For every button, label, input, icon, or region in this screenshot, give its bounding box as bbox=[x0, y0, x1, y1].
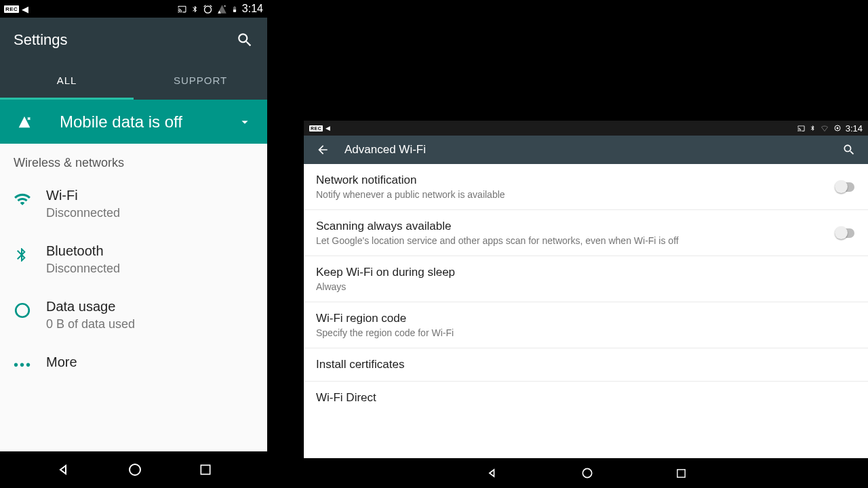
alarm-icon bbox=[203, 4, 213, 14]
nav-bar bbox=[0, 451, 267, 488]
wifi-empty-icon bbox=[820, 124, 829, 132]
page-title: Settings bbox=[14, 31, 68, 49]
home-button[interactable] bbox=[580, 466, 594, 480]
row-wifi[interactable]: Wi-Fi Disconnected bbox=[0, 177, 267, 232]
item-title: Keep Wi-Fi on during sleep bbox=[316, 266, 455, 279]
settings-list: Network notification Notify whenever a p… bbox=[304, 164, 868, 414]
svg-point-5 bbox=[583, 468, 591, 477]
bluetooth-icon bbox=[14, 243, 46, 264]
item-title: Wi-Fi Direct bbox=[316, 391, 376, 405]
camera-icon: ◀ bbox=[326, 125, 330, 131]
status-bar: REC ◀ 3:14 bbox=[0, 0, 267, 18]
nav-bar bbox=[304, 458, 868, 488]
app-bar: Advanced Wi-Fi bbox=[304, 136, 868, 164]
camera-icon: ◀ bbox=[22, 4, 28, 14]
cast-icon bbox=[177, 5, 187, 14]
switch-network-notification[interactable] bbox=[835, 182, 854, 192]
rec-icon: REC bbox=[4, 5, 19, 13]
location-icon bbox=[833, 124, 842, 132]
item-title: Wi-Fi region code bbox=[316, 312, 454, 325]
row-bluetooth-title: Bluetooth bbox=[46, 243, 120, 259]
item-subtitle: Notify whenever a public network is avai… bbox=[316, 189, 505, 200]
item-keep-wifi-sleep[interactable]: Keep Wi-Fi on during sleep Always bbox=[304, 256, 868, 302]
back-button[interactable] bbox=[486, 466, 499, 480]
phone-settings-screen: REC ◀ 3:14 Settings bbox=[0, 0, 267, 488]
svg-point-0 bbox=[16, 304, 29, 317]
status-bar: REC ◀ 3:14 bbox=[304, 121, 868, 136]
item-subtitle: Specify the region code for Wi-Fi bbox=[316, 327, 454, 338]
item-title: Network notification bbox=[316, 174, 505, 187]
svg-rect-2 bbox=[201, 465, 210, 474]
section-wireless-networks: Wireless & networks bbox=[0, 144, 267, 177]
chevron-down-icon bbox=[237, 115, 252, 129]
search-button[interactable] bbox=[236, 31, 254, 49]
row-wifi-subtitle: Disconnected bbox=[46, 206, 120, 220]
tab-bar: ALL SUPPORT bbox=[0, 62, 267, 100]
page-title: Advanced Wi-Fi bbox=[344, 143, 426, 157]
clock-time: 3:14 bbox=[242, 3, 263, 15]
recents-button[interactable] bbox=[675, 468, 687, 479]
cast-icon bbox=[797, 125, 806, 132]
switch-scanning-always[interactable] bbox=[835, 228, 854, 238]
bluetooth-icon bbox=[191, 4, 199, 14]
tab-all[interactable]: ALL bbox=[0, 62, 134, 100]
item-subtitle: Always bbox=[316, 281, 455, 292]
row-data-title: Data usage bbox=[46, 299, 135, 314]
more-icon: ••• bbox=[14, 354, 46, 373]
app-bar: Settings bbox=[0, 18, 267, 62]
mobile-data-banner[interactable]: Mobile data is off bbox=[0, 100, 267, 144]
row-data-subtitle: 0 B of data used bbox=[46, 317, 135, 331]
signal-no-data-icon bbox=[217, 4, 227, 14]
battery-icon bbox=[231, 4, 238, 14]
back-arrow-button[interactable] bbox=[316, 143, 330, 157]
item-title: Scanning always available bbox=[316, 220, 679, 233]
recents-button[interactable] bbox=[199, 463, 212, 476]
row-bluetooth[interactable]: Bluetooth Disconnected bbox=[0, 232, 267, 288]
row-wifi-title: Wi-Fi bbox=[46, 188, 120, 203]
clock-time: 3:14 bbox=[846, 123, 863, 134]
wifi-icon bbox=[14, 188, 46, 208]
row-more[interactable]: ••• More bbox=[0, 344, 267, 385]
item-scanning-always[interactable]: Scanning always available Let Google's l… bbox=[304, 210, 868, 256]
signal-off-icon bbox=[15, 115, 34, 129]
data-usage-icon bbox=[14, 299, 46, 319]
tab-support[interactable]: SUPPORT bbox=[134, 62, 267, 100]
item-subtitle: Let Google's location service and other … bbox=[316, 235, 679, 246]
svg-point-4 bbox=[836, 127, 838, 129]
row-data-usage[interactable]: Data usage 0 B of data used bbox=[0, 288, 267, 344]
item-wifi-direct[interactable]: Wi-Fi Direct bbox=[304, 382, 868, 414]
tablet-advanced-wifi-screen: REC ◀ 3:14 Advanced Wi-Fi bbox=[304, 121, 868, 488]
home-button[interactable] bbox=[127, 462, 143, 478]
item-region-code[interactable]: Wi-Fi region code Specify the region cod… bbox=[304, 302, 868, 348]
item-install-certs[interactable]: Install certificates bbox=[304, 348, 868, 382]
bluetooth-icon bbox=[810, 124, 816, 132]
rec-icon: REC bbox=[309, 125, 323, 131]
row-more-title: More bbox=[46, 354, 77, 370]
banner-text: Mobile data is off bbox=[60, 113, 182, 131]
search-button[interactable] bbox=[842, 143, 856, 157]
svg-point-1 bbox=[130, 464, 140, 475]
item-title: Install certificates bbox=[316, 358, 404, 371]
back-button[interactable] bbox=[56, 462, 72, 478]
item-network-notification[interactable]: Network notification Notify whenever a p… bbox=[304, 164, 868, 210]
row-bluetooth-subtitle: Disconnected bbox=[46, 262, 120, 276]
svg-rect-6 bbox=[677, 469, 684, 476]
